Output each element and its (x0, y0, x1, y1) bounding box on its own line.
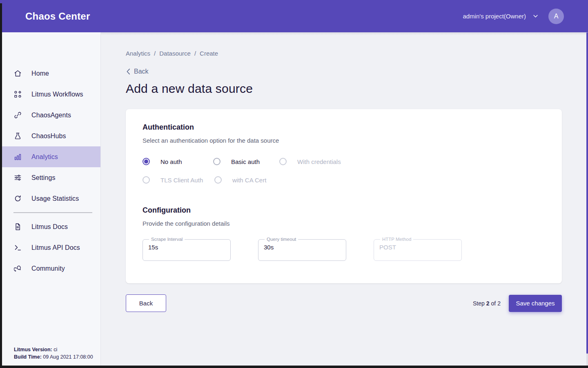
configuration-section-subtitle: Provide the configuration details (143, 220, 545, 227)
sidebar-item-litmus-api-docs[interactable]: Litmus API Docs (2, 237, 100, 258)
sidebar-item-litmus-docs[interactable]: Litmus Docs (2, 216, 100, 237)
configuration-fields-row: Scrape Interval 15s Query timeout 30s HT… (143, 237, 545, 261)
radio-label: with CA Cert (232, 177, 266, 184)
radio-with-ca-cert: with CA Cert (214, 176, 266, 184)
build-time-line: Build Time: 09 Aug 2021 17:08:00 (14, 353, 93, 361)
sidebar-item-community[interactable]: Community (2, 258, 100, 279)
sidebar: Home Litmus Workflows ChaosAgents ChaosH… (2, 32, 101, 366)
breadcrumb: Analytics / Datasource / Create (126, 32, 586, 57)
radio-basic-auth[interactable]: Basic auth (213, 158, 279, 165)
radio-label: Basic auth (231, 158, 260, 165)
step-indicator: Step 2 of 2 (473, 300, 501, 307)
app-header: Chaos Center admin's project(Owner) A (0, 0, 588, 32)
radio-label: With credentials (297, 158, 341, 165)
query-timeout-field[interactable]: Query timeout 30s (258, 237, 346, 261)
header-right: admin's project(Owner) A (463, 9, 564, 24)
sidebar-item-settings[interactable]: Settings (2, 167, 100, 188)
step-prefix: Step (473, 300, 485, 307)
radio-no-auth[interactable]: No auth (143, 158, 213, 165)
flask-icon (14, 132, 22, 140)
sidebar-item-label: Litmus Docs (31, 223, 68, 231)
scrape-interval-label: Scrape Interval (149, 237, 185, 242)
radio-tls-client-auth: TLS Client Auth (143, 176, 214, 184)
step-total: 2 (497, 300, 501, 307)
radio-button-icon (213, 158, 220, 165)
sidebar-item-chaosagents[interactable]: ChaosAgents (2, 105, 100, 126)
version-info: Litmus Version: ci Build Time: 09 Aug 20… (14, 346, 93, 361)
breadcrumb-separator: / (154, 50, 156, 57)
sidebar-item-label: Usage Statistics (31, 195, 79, 202)
sidebar-item-label: Home (31, 70, 49, 77)
sidebar-item-litmus-workflows[interactable]: Litmus Workflows (2, 84, 100, 105)
build-time-label: Build Time: (14, 354, 42, 360)
chain-link-icon (14, 111, 22, 119)
chat-bubbles-icon (14, 265, 22, 272)
radio-button-icon (143, 158, 150, 165)
authentication-section-subtitle: Select an authentication option for the … (143, 137, 545, 144)
screen-edge-left (0, 3, 2, 368)
project-selector-label: admin's project(Owner) (463, 13, 526, 20)
back-link[interactable]: Back (126, 68, 149, 75)
sidebar-item-label: ChaosAgents (31, 112, 71, 119)
screen-edge-bottom (0, 366, 588, 368)
step-current: 2 (486, 300, 490, 307)
http-method-value: POST (379, 244, 461, 251)
sidebar-item-label: Community (31, 265, 65, 272)
radio-label: TLS Client Auth (160, 177, 203, 184)
radio-button-icon (143, 176, 150, 184)
sidebar-item-chaoshubs[interactable]: ChaosHubs (2, 126, 100, 146)
back-link-label: Back (134, 68, 149, 75)
document-icon (14, 223, 22, 231)
terminal-icon (14, 244, 22, 251)
sidebar-item-label: ChaosHubs (31, 132, 66, 140)
http-method-field: HTTP Method POST (374, 237, 462, 261)
auth-options-row-2: TLS Client Auth with CA Cert (143, 176, 545, 184)
sliders-icon (14, 174, 22, 182)
auth-options-row-1: No auth Basic auth With credentials (143, 158, 545, 165)
main-content: Analytics / Datasource / Create Back Add… (101, 32, 586, 366)
radio-label: No auth (160, 158, 182, 165)
breadcrumb-analytics[interactable]: Analytics (126, 50, 150, 57)
radio-button-icon (279, 158, 287, 165)
query-timeout-label: Query timeout (265, 237, 298, 242)
radio-with-credentials: With credentials (279, 158, 341, 165)
authentication-section-title: Authentication (143, 123, 545, 132)
breadcrumb-create[interactable]: Create (200, 50, 218, 57)
refresh-icon (14, 195, 22, 202)
radio-button-icon (214, 176, 222, 184)
step-of: of (491, 300, 496, 307)
save-changes-button[interactable]: Save changes (509, 295, 562, 312)
breadcrumb-separator: / (194, 50, 196, 57)
configuration-section: Configuration Provide the configuration … (143, 206, 545, 261)
sidebar-item-home[interactable]: Home (2, 63, 100, 84)
breadcrumb-datasource[interactable]: Datasource (159, 50, 191, 57)
sidebar-item-label: Analytics (31, 153, 58, 161)
avatar-initial: A (554, 13, 559, 20)
sidebar-item-analytics[interactable]: Analytics (2, 146, 100, 167)
query-timeout-value: 30s (264, 244, 346, 251)
sidebar-item-label: Litmus API Docs (31, 244, 80, 251)
back-button[interactable]: Back (126, 294, 166, 312)
form-actions: Back Step 2 of 2 Save changes (126, 294, 562, 312)
bar-chart-icon (14, 153, 22, 161)
sidebar-item-label: Litmus Workflows (31, 91, 83, 98)
litmus-version-line: Litmus Version: ci (14, 346, 93, 353)
sidebar-item-label: Settings (31, 174, 56, 182)
page-title: Add a new data source (126, 82, 586, 96)
home-icon (14, 70, 22, 77)
scrollbar-thumb[interactable] (586, 32, 588, 354)
avatar[interactable]: A (548, 9, 564, 24)
build-time-value: 09 Aug 2021 17:08:00 (42, 354, 93, 360)
sidebar-divider (13, 212, 92, 213)
litmus-version-value: ci (52, 347, 58, 352)
http-method-label: HTTP Method (380, 237, 413, 242)
workflows-icon (14, 90, 22, 98)
scrape-interval-field[interactable]: Scrape Interval 15s (143, 237, 231, 261)
sidebar-item-usage-statistics[interactable]: Usage Statistics (2, 188, 100, 209)
project-selector-dropdown[interactable]: admin's project(Owner) (463, 13, 539, 20)
scrape-interval-value: 15s (148, 244, 230, 251)
scrollbar-track[interactable] (586, 32, 588, 366)
chevron-left-icon (126, 68, 131, 75)
chevron-down-icon (532, 13, 539, 19)
sidebar-nav: Home Litmus Workflows ChaosAgents ChaosH… (2, 32, 100, 279)
